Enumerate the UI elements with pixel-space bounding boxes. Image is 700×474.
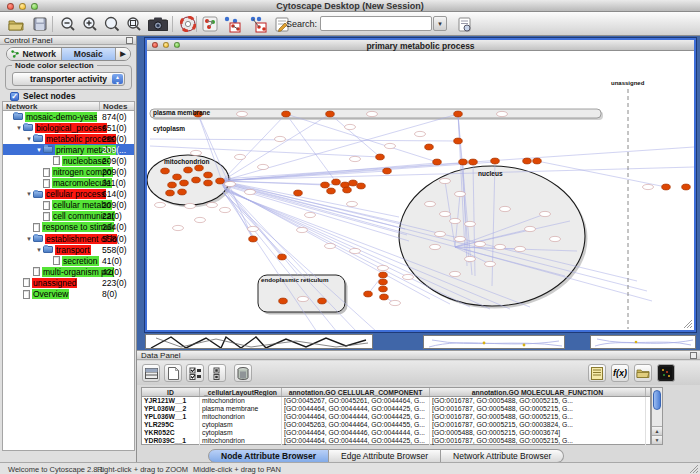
network-node[interactable] xyxy=(376,154,385,160)
table-cell[interactable]: [GO:0045263, GO:0044464, GO:0044455, G..… xyxy=(282,421,430,429)
new-attribute-icon[interactable] xyxy=(164,364,182,382)
network-node[interactable] xyxy=(533,158,542,164)
tab-edge-attribute-browser[interactable]: Edge Attribute Browser xyxy=(329,449,441,463)
background-window-sliver[interactable] xyxy=(590,335,696,349)
table-cell[interactable]: YLR295C xyxy=(142,421,200,429)
tree-item-metabolic-process[interactable]: ▼metabolic process280(0) xyxy=(3,133,134,144)
tab-network-attribute-browser[interactable]: Network Attribute Browser xyxy=(441,449,564,463)
delete-attribute-icon[interactable] xyxy=(234,364,252,382)
tree-expand-icon[interactable]: ▼ xyxy=(25,191,33,197)
table-cell[interactable]: mitochondrion xyxy=(200,413,282,421)
tree-item-secretion[interactable]: secretion41(0) xyxy=(3,255,134,266)
tree-item-cellular-process[interactable]: ▼cellular process614(0) xyxy=(3,189,134,200)
table-cell[interactable]: cytoplasm xyxy=(200,421,282,429)
network-node[interactable] xyxy=(343,187,352,193)
network-node[interactable] xyxy=(379,286,388,292)
table-cell[interactable]: YJR121W__1 xyxy=(142,397,200,405)
tab-mosaic[interactable]: Mosaic xyxy=(62,48,117,60)
network-node[interactable] xyxy=(523,158,532,164)
help-icon[interactable] xyxy=(178,14,198,34)
table-row[interactable]: YKR052Ccytoplasm[GO:0044464, GO:0044446,… xyxy=(142,429,650,437)
table-cell[interactable]: [GO:0016787, GO:0005488, GO:0005215, G..… xyxy=(430,405,646,413)
resize-grip-icon[interactable] xyxy=(683,319,693,329)
network-node[interactable] xyxy=(204,180,213,186)
network-node[interactable] xyxy=(180,180,189,186)
tree-expand-icon[interactable]: ▼ xyxy=(25,136,33,142)
table-cell[interactable]: [GO:0045267, GO:0045261, GO:0044464, G..… xyxy=(282,397,430,405)
table-cell[interactable]: YPL036W__1 xyxy=(142,413,200,421)
network-node[interactable] xyxy=(216,178,225,184)
table-cell[interactable]: YPL036W__2 xyxy=(142,405,200,413)
network-node[interactable] xyxy=(326,111,335,117)
zoom-in-icon[interactable] xyxy=(80,14,100,34)
tree-expand-icon[interactable]: ▼ xyxy=(35,247,43,253)
network-node[interactable] xyxy=(327,188,336,194)
overview-icon[interactable] xyxy=(200,14,220,34)
network-node[interactable] xyxy=(184,167,193,173)
network-node[interactable] xyxy=(249,236,258,242)
select-attributes-icon[interactable] xyxy=(186,364,204,382)
tree-item-cell-communicat[interactable]: cell communicat22(0) xyxy=(3,211,134,222)
unselect-attributes-icon[interactable] xyxy=(208,364,226,382)
table-row[interactable]: YJR121W__1mitochondrion[GO:0045267, GO:0… xyxy=(142,397,650,405)
network-node[interactable] xyxy=(279,298,288,304)
scroll-down-icon[interactable]: ▼ xyxy=(652,435,662,444)
tree-header-nodes[interactable]: Nodes xyxy=(100,102,127,110)
tab-network[interactable]: Network xyxy=(7,48,62,60)
column-header[interactable]: ID xyxy=(142,388,200,396)
network-node[interactable] xyxy=(166,190,175,196)
table-cell[interactable]: [GO:0044464, GO:0044444, GO:0044425, G..… xyxy=(282,405,430,413)
scroll-up-icon[interactable]: ▲ xyxy=(652,426,662,435)
network-node[interactable] xyxy=(454,111,463,117)
network-node[interactable] xyxy=(195,165,204,171)
tree-item-nitrogen-compo[interactable]: nitrogen compo209(0) xyxy=(3,166,134,177)
background-window-sliver[interactable] xyxy=(423,335,565,349)
tree-item-mosaic-demo-yeast[interactable]: mosaic-demo-yeast874(0) xyxy=(3,111,134,122)
tabs-overflow-button[interactable]: ▶ xyxy=(116,48,130,60)
search-options-icon[interactable] xyxy=(455,14,475,34)
open-icon[interactable] xyxy=(6,14,26,34)
tree-item-overview[interactable]: Overview8(0) xyxy=(3,289,134,300)
attribute-table[interactable]: ID_cellularLayoutRegionannotation.GO CEL… xyxy=(141,387,651,445)
zoom-fit-icon[interactable] xyxy=(102,14,122,34)
network-node[interactable] xyxy=(357,183,366,189)
network-canvas[interactable]: plasma membranecytoplasmmitochondrionnuc… xyxy=(147,51,694,330)
tree-item-establishment-of-lo[interactable]: ▼establishment of lo558(0) xyxy=(3,233,134,244)
table-cell[interactable]: [GO:0044464, GO:0044446, GO:0044444, G..… xyxy=(282,429,430,437)
table-cell[interactable]: [GO:0016787, GO:0005488, GO:0005215, G..… xyxy=(430,397,646,405)
network-node[interactable] xyxy=(332,179,341,185)
table-cell[interactable]: cytoplasm xyxy=(200,429,282,437)
table-row[interactable]: YPL036W__1mitochondrion[GO:0044464, GO:0… xyxy=(142,413,650,421)
table-row[interactable]: YDR039C__1mitochondrion[GO:0044464, GO:0… xyxy=(142,437,650,445)
node-color-dropdown[interactable]: transporter activity ▲▼ xyxy=(12,72,125,86)
tree-header-network[interactable]: Network xyxy=(3,102,100,110)
network-node[interactable] xyxy=(204,172,213,178)
table-cell[interactable]: YDR039C__1 xyxy=(142,437,200,445)
network-node[interactable] xyxy=(491,158,500,164)
tab-node-attribute-browser[interactable]: Node Attribute Browser xyxy=(208,449,329,463)
float-panel-icon[interactable] xyxy=(690,352,697,359)
formula-icon[interactable]: f(x) xyxy=(611,364,629,382)
network-node[interactable] xyxy=(168,182,177,188)
snapshot-icon[interactable] xyxy=(146,14,170,34)
tree-item-response-to-stimulu[interactable]: response to stimulu264(0) xyxy=(3,222,134,233)
tree-expand-icon[interactable]: ▼ xyxy=(35,147,43,153)
select-nodes-checkbox[interactable]: ✓ xyxy=(10,92,19,101)
network-node[interactable] xyxy=(433,159,442,165)
import-attributes-icon[interactable] xyxy=(634,364,652,382)
table-cell[interactable]: mitochondrion xyxy=(200,437,282,445)
zoom-selected-icon[interactable] xyxy=(124,14,144,34)
network-node[interactable] xyxy=(383,168,392,174)
network-node[interactable] xyxy=(380,294,389,300)
column-header[interactable]: annotation.GO MOLECULAR_FUNCTION xyxy=(430,388,646,396)
table-cell[interactable]: plasma membrane xyxy=(200,405,282,413)
network-node[interactable] xyxy=(364,291,373,297)
network-node[interactable] xyxy=(173,174,182,180)
search-dropdown-button[interactable]: ▾ xyxy=(433,16,447,31)
network-node[interactable] xyxy=(294,190,303,196)
search-input[interactable] xyxy=(320,16,432,31)
float-panel-icon[interactable] xyxy=(126,37,133,44)
table-cell[interactable]: [GO:0044464, GO:0044444, GO:0044425, G..… xyxy=(282,437,430,445)
network-node[interactable] xyxy=(379,279,388,285)
zoom-out-icon[interactable] xyxy=(58,14,78,34)
